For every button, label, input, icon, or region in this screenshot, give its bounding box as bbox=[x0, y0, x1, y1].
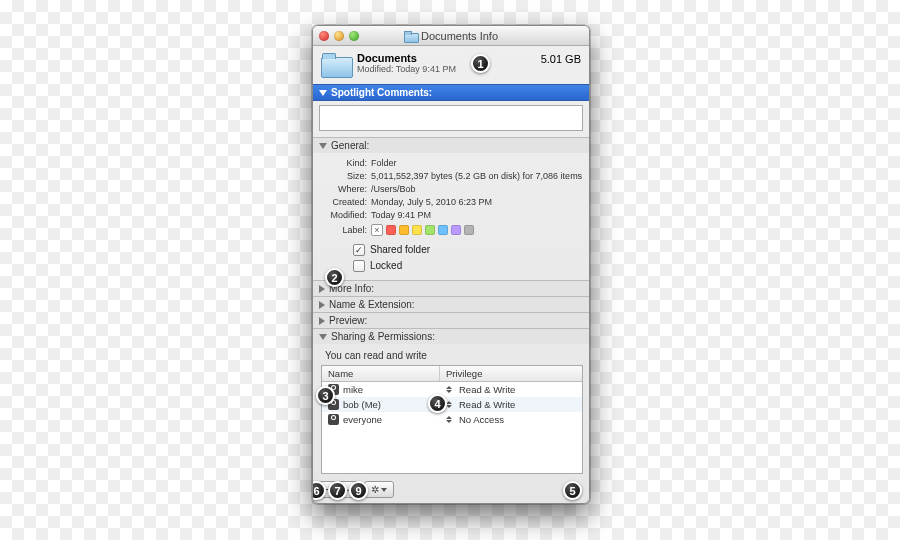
section-sharing-permissions[interactable]: Sharing & Permissions: bbox=[313, 328, 589, 344]
stepper-icon[interactable] bbox=[446, 386, 452, 393]
locked-checkbox[interactable] bbox=[353, 260, 365, 272]
info-header: Documents Modified: Today 9:41 PM 5.01 G… bbox=[313, 46, 589, 84]
size-value: 5,011,552,397 bytes (5.2 GB on disk) for… bbox=[371, 170, 583, 183]
created-value: Monday, July 5, 2010 6:23 PM bbox=[371, 196, 583, 209]
label-color-swatch[interactable] bbox=[386, 225, 396, 235]
label-label: Label: bbox=[325, 225, 367, 235]
column-name[interactable]: Name bbox=[322, 366, 440, 381]
label-swatches: × bbox=[371, 224, 474, 236]
label-color-swatch[interactable] bbox=[412, 225, 422, 235]
window-title: Documents Info bbox=[421, 30, 498, 42]
stepper-icon[interactable] bbox=[446, 416, 452, 423]
disclosure-right-icon bbox=[319, 317, 325, 325]
disclosure-down-icon bbox=[319, 90, 327, 96]
user-name: bob (Me) bbox=[343, 399, 381, 410]
modified-value: Today 9:41 PM bbox=[371, 209, 583, 222]
privilege-value: Read & Write bbox=[459, 399, 515, 410]
section-label: Preview: bbox=[329, 315, 367, 326]
folder-icon bbox=[321, 52, 351, 76]
section-label: Name & Extension: bbox=[329, 299, 415, 310]
disclosure-right-icon bbox=[319, 301, 325, 309]
callout-marker: 4 bbox=[428, 394, 447, 413]
size-label: Size: bbox=[325, 170, 367, 183]
locked-label: Locked bbox=[370, 258, 402, 274]
section-spotlight-comments[interactable]: Spotlight Comments: bbox=[313, 84, 589, 101]
kind-label: Kind: bbox=[325, 157, 367, 170]
table-row[interactable]: everyoneNo Access bbox=[322, 412, 582, 427]
where-label: Where: bbox=[325, 183, 367, 196]
user-icon bbox=[328, 414, 339, 425]
kind-value: Folder bbox=[371, 157, 583, 170]
action-menu-button[interactable]: ✲ bbox=[364, 481, 394, 498]
user-name: everyone bbox=[343, 414, 382, 425]
created-label: Created: bbox=[325, 196, 367, 209]
label-color-swatch[interactable] bbox=[399, 225, 409, 235]
callout-marker: 5 bbox=[563, 481, 582, 500]
shared-folder-label: Shared folder bbox=[370, 242, 430, 258]
table-row[interactable]: mikeRead & Write bbox=[322, 382, 582, 397]
disclosure-down-icon bbox=[319, 143, 327, 149]
where-value: /Users/Bob bbox=[371, 183, 583, 196]
permissions-summary: You can read and write bbox=[325, 350, 583, 361]
traffic-lights bbox=[319, 31, 359, 41]
label-color-swatch[interactable] bbox=[425, 225, 435, 235]
sharing-body: You can read and write Name Privilege mi… bbox=[313, 344, 589, 478]
general-body: Kind:Folder Size:5,011,552,397 bytes (5.… bbox=[313, 153, 589, 280]
privilege-value: No Access bbox=[459, 414, 504, 425]
privilege-value: Read & Write bbox=[459, 384, 515, 395]
column-privilege[interactable]: Privilege bbox=[440, 366, 582, 381]
shared-folder-checkbox[interactable]: ✓ bbox=[353, 244, 365, 256]
section-label: General: bbox=[331, 140, 369, 151]
item-size: 5.01 GB bbox=[541, 52, 581, 65]
zoom-icon[interactable] bbox=[349, 31, 359, 41]
callout-marker: 3 bbox=[316, 386, 335, 405]
disclosure-right-icon bbox=[319, 285, 325, 293]
disclosure-down-icon bbox=[319, 334, 327, 340]
callout-marker: 7 bbox=[328, 481, 347, 500]
section-preview[interactable]: Preview: bbox=[313, 312, 589, 328]
section-more-info[interactable]: More Info: bbox=[313, 280, 589, 296]
section-name-extension[interactable]: Name & Extension: bbox=[313, 296, 589, 312]
label-color-swatch[interactable] bbox=[464, 225, 474, 235]
label-color-swatch[interactable] bbox=[438, 225, 448, 235]
item-modified: Modified: Today 9:41 PM bbox=[357, 64, 535, 74]
label-color-swatch[interactable] bbox=[451, 225, 461, 235]
get-info-window: Documents Info Documents Modified: Today… bbox=[312, 25, 590, 504]
item-name: Documents bbox=[357, 52, 535, 64]
label-clear-button[interactable]: × bbox=[371, 224, 383, 236]
close-icon[interactable] bbox=[319, 31, 329, 41]
section-general[interactable]: General: bbox=[313, 137, 589, 153]
gear-icon: ✲ bbox=[371, 484, 379, 495]
folder-icon bbox=[404, 31, 417, 41]
chevron-down-icon bbox=[381, 488, 387, 492]
user-name: mike bbox=[343, 384, 363, 395]
callout-marker: 2 bbox=[325, 268, 344, 287]
section-label: Sharing & Permissions: bbox=[331, 331, 435, 342]
callout-marker: 1 bbox=[471, 54, 490, 73]
spotlight-comments-input[interactable] bbox=[319, 105, 583, 131]
permissions-table: Name Privilege mikeRead & Writebob (Me)R… bbox=[321, 365, 583, 474]
section-label: Spotlight Comments: bbox=[331, 87, 432, 98]
titlebar: Documents Info bbox=[313, 26, 589, 46]
table-blank-area bbox=[322, 427, 582, 473]
table-row[interactable]: bob (Me)Read & Write bbox=[322, 397, 582, 412]
callout-marker: 9 bbox=[349, 481, 368, 500]
modified-label: Modified: bbox=[325, 209, 367, 222]
minimize-icon[interactable] bbox=[334, 31, 344, 41]
